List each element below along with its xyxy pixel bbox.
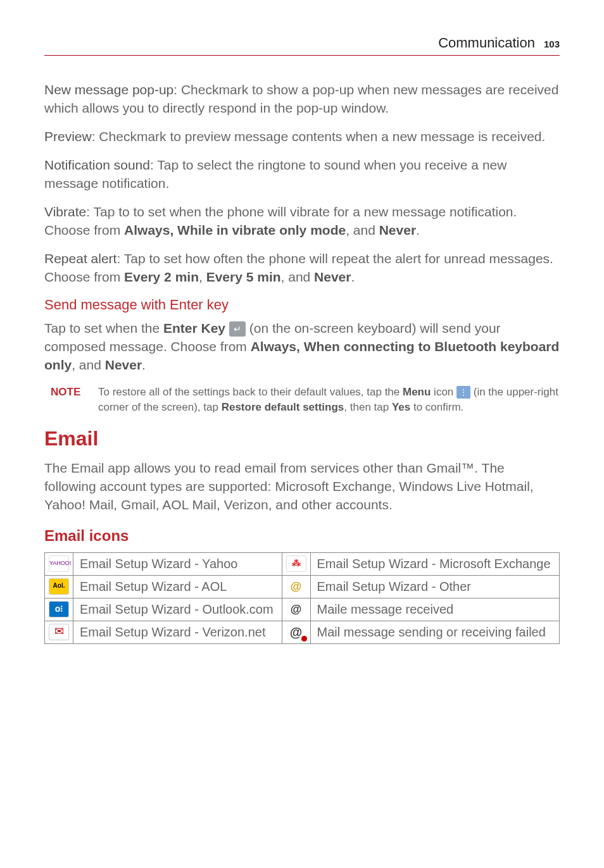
- para-repeat-alert: Repeat alert: Tap to set how often the p…: [44, 250, 560, 287]
- term-notification-sound: Notification sound: [44, 158, 150, 172]
- icon-cell: @: [282, 621, 310, 643]
- page-header: Communication 103: [44, 35, 560, 56]
- bold: Yes: [392, 401, 410, 413]
- cell-text: Email Setup Wizard - Other: [310, 575, 559, 598]
- cell-text: Mail message sending or receiving failed: [310, 621, 559, 643]
- microsoft-exchange-icon: ⁂: [286, 555, 306, 572]
- table-row: o⁝ Email Setup Wizard - Outlook.com @ Ma…: [45, 598, 560, 621]
- bold: Never: [314, 270, 351, 284]
- text: Tap to set when the: [44, 321, 163, 335]
- subheading-enter-key: Send message with Enter key: [44, 297, 560, 313]
- para-vibrate: Vibrate: Tap to to set when the phone wi…: [44, 203, 560, 240]
- text: , and: [346, 223, 379, 237]
- menu-icon: ⋮: [456, 386, 470, 399]
- text: , and: [72, 357, 105, 372]
- text: To restore all of the settings back to t…: [98, 386, 403, 398]
- other-email-icon: @: [287, 580, 306, 595]
- icon-cell: ⁂: [282, 552, 310, 575]
- term-vibrate: Vibrate: [44, 204, 86, 219]
- bold: Menu: [403, 386, 431, 398]
- bold: Enter Key: [163, 321, 225, 335]
- yahoo-icon: YAHOO!: [49, 555, 69, 572]
- icon-cell: YAHOO!: [45, 552, 73, 575]
- cell-text: Email Setup Wizard - Yahoo: [73, 552, 282, 575]
- bold: Every 2 min: [124, 270, 199, 284]
- table-row: ✉ Email Setup Wizard - Verizon.net @ Mai…: [45, 621, 560, 643]
- note-text: To restore all of the settings back to t…: [98, 385, 560, 416]
- text: ,: [199, 270, 206, 284]
- table-row: Aol. Email Setup Wizard - AOL @ Email Se…: [45, 575, 560, 598]
- para-new-message-popup: New message pop-up: Checkmark to show a …: [44, 81, 560, 118]
- cell-text: Maile message received: [310, 598, 559, 621]
- outlook-icon: o⁝: [49, 601, 69, 617]
- bold: Never: [379, 223, 416, 237]
- heading-email-icons: Email icons: [44, 527, 560, 545]
- text: , then tap: [344, 401, 392, 413]
- cell-text: Email Setup Wizard - Outlook.com: [73, 598, 282, 621]
- error-dot-icon: [301, 636, 307, 642]
- at-glyph: @: [290, 625, 303, 639]
- para-notification-sound: Notification sound: Tap to select the ri…: [44, 156, 560, 193]
- heading-email: Email: [44, 427, 560, 450]
- bold: Restore default settings: [222, 401, 344, 413]
- para-enter-key: Tap to set when the Enter Key ↵ (on the …: [44, 319, 560, 375]
- text: , and: [281, 270, 315, 284]
- icon-cell: @: [282, 598, 310, 621]
- aol-icon: Aol.: [49, 578, 69, 595]
- enter-key-icon: ↵: [229, 321, 246, 337]
- text: : Checkmark to preview message contents …: [92, 129, 546, 144]
- icon-cell: o⁝: [45, 598, 73, 621]
- table-row: YAHOO! Email Setup Wizard - Yahoo ⁂ Emai…: [45, 552, 560, 575]
- text: .: [351, 270, 355, 284]
- cell-text: Email Setup Wizard - Verizon.net: [73, 621, 282, 643]
- icon-cell: Aol.: [45, 575, 73, 598]
- icon-cell: ✉: [45, 621, 73, 643]
- verizon-icon: ✉: [49, 624, 69, 640]
- text: icon: [431, 386, 456, 398]
- note-block: NOTE To restore all of the settings back…: [44, 385, 560, 416]
- bold: Every 5 min: [206, 270, 281, 284]
- para-preview: Preview: Checkmark to preview message co…: [44, 128, 560, 146]
- term-repeat-alert: Repeat alert: [44, 251, 116, 266]
- cell-text: Email Setup Wizard - Microsoft Exchange: [310, 552, 559, 575]
- term-new-message-popup: New message pop-up: [44, 82, 173, 97]
- text: .: [142, 357, 146, 372]
- email-icons-table: YAHOO! Email Setup Wizard - Yahoo ⁂ Emai…: [44, 552, 560, 644]
- para-email-intro: The Email app allows you to read email f…: [44, 459, 560, 514]
- text: .: [416, 223, 420, 237]
- term-preview: Preview: [44, 129, 92, 144]
- text: to confirm.: [410, 401, 463, 413]
- icon-cell: @: [282, 575, 310, 598]
- bold: Always, While in vibrate only mode: [124, 223, 346, 237]
- note-label: NOTE: [44, 385, 98, 416]
- bold: Never: [105, 357, 142, 372]
- header-section-title: Communication: [438, 35, 535, 51]
- mail-received-icon: @: [287, 602, 306, 617]
- header-page-number: 103: [544, 39, 560, 49]
- mail-failed-icon: @: [287, 625, 306, 640]
- cell-text: Email Setup Wizard - AOL: [73, 575, 282, 598]
